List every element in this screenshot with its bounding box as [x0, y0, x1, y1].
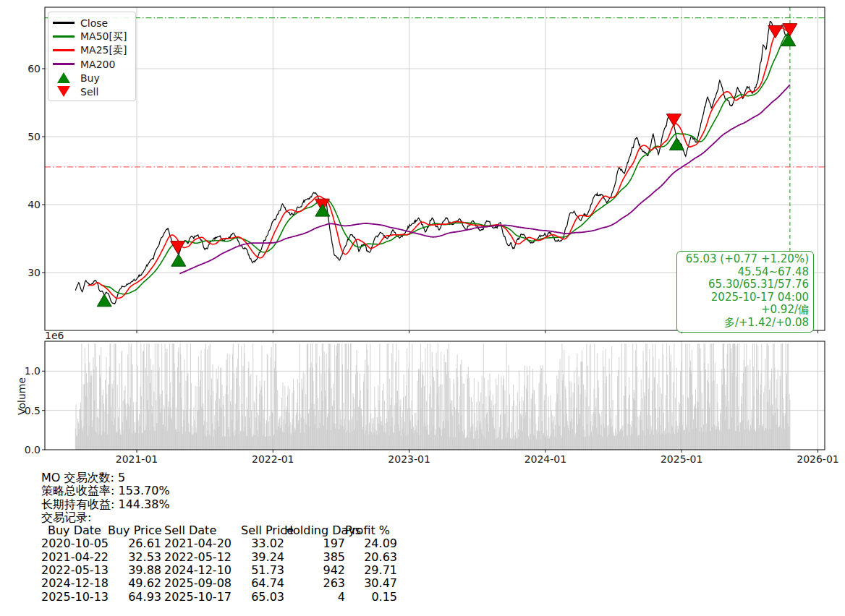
stats-summary-line: 长期持有收益: 144.38% [41, 498, 397, 511]
trade-table-cell: 64.93 [108, 591, 161, 604]
price-ytick-label: 30 [7, 267, 41, 278]
trade-table-row: 2022-05-1339.882024-12-1051.7394229.71 [41, 564, 397, 577]
price-ytick-label: 60 [7, 63, 41, 74]
ma200-line [179, 85, 790, 273]
trade-table-cell: 2022-05-13 [41, 564, 108, 577]
legend-item-ma50-: MA50[买] [53, 30, 131, 43]
trade-table-cell: 64.74 [241, 577, 284, 590]
trade-table-cell: 2020-10-05 [41, 537, 108, 550]
quote-annotation-box: 65.03 (+0.77 +1.20%)45.54~67.4865.30/65.… [676, 251, 814, 333]
legend-item-close: Close [53, 16, 131, 30]
price-ytick-label: 50 [7, 131, 41, 142]
trade-table-cell: 0.15 [345, 591, 397, 604]
legend-item-buy: Buy [53, 71, 131, 85]
xtick-label: 2021-01 [111, 453, 162, 465]
trade-table-cell: 26.61 [108, 537, 161, 550]
legend-item-ma200: MA200 [53, 57, 131, 71]
trade-table-header-cell: Sell Date [164, 524, 241, 537]
legend-item-ma25-: MA25[卖] [53, 43, 131, 57]
xtick-label: 2025-01 [656, 453, 707, 465]
legend-item-label: MA200 [80, 59, 115, 70]
legend-item-label: MA50[买] [80, 30, 127, 43]
trade-table-cell: 942 [284, 564, 345, 577]
triangle-up-icon [53, 72, 75, 84]
sell-marker [768, 25, 783, 38]
stats-summary: MO 交易次数: 5策略总收益率: 153.70%长期持有收益: 144.38%… [41, 471, 397, 524]
trade-table-cell: 2025-10-13 [41, 591, 108, 604]
line-swatch [53, 49, 75, 51]
annotation-line: 45.54~67.48 [680, 266, 809, 279]
figure: CloseMA50[买]MA25[卖]MA200BuySell 65.03 (+… [0, 0, 845, 616]
volume-ytick-label: 1.0 [7, 365, 41, 377]
trade-table-row: 2021-04-2232.532022-05-1239.2438520.63 [41, 551, 397, 564]
sell-marker [666, 114, 681, 127]
legend-line-swatch [53, 49, 75, 51]
trade-table-cell: 385 [284, 551, 345, 564]
line-swatch [53, 63, 75, 64]
price-ytick-label: 40 [7, 199, 41, 210]
trade-table-header-cell: Sell Price [241, 524, 284, 537]
triangle-down-icon [53, 85, 75, 98]
trade-table-cell: 65.03 [241, 591, 284, 604]
trade-table-cell: 29.71 [345, 564, 397, 577]
trade-table-cell: 24.09 [345, 537, 397, 550]
volume-bars [75, 343, 790, 450]
legend-item-sell: Sell [53, 85, 131, 98]
trade-table-cell: 263 [284, 577, 345, 590]
trade-table-cell: 4 [284, 591, 345, 604]
trade-table-cell: 2021-04-22 [41, 551, 108, 564]
annotation-line: 65.30/65.31/57.76 [680, 278, 809, 291]
trade-table-cell: 39.24 [241, 551, 284, 564]
trade-table-cell: 2021-04-20 [164, 537, 241, 550]
legend-item-label: Sell [80, 86, 98, 98]
volume-ytick-label: 0.0 [7, 444, 41, 455]
trade-table-cell: 30.47 [345, 577, 397, 590]
legend: CloseMA50[买]MA25[卖]MA200BuySell [48, 12, 136, 101]
trade-table-header-cell: Holding Days [284, 524, 345, 537]
xtick-label: 2022-01 [247, 453, 298, 465]
annotation-line: 65.03 (+0.77 +1.20%) [680, 253, 809, 266]
trade-table-header-cell: Profit % [345, 524, 397, 537]
trade-table-cell: 2025-10-17 [164, 591, 241, 604]
legend-item-label: Buy [80, 72, 100, 84]
trade-table-header-cell: Buy Date [41, 524, 108, 537]
xtick-label: 2023-01 [384, 453, 435, 465]
trade-table-cell: 32.53 [108, 551, 161, 564]
trade-table-cell: 49.62 [108, 577, 161, 590]
legend-item-label: Close [80, 17, 108, 29]
trade-table-header-row: Buy DateBuy PriceSell DateSell PriceHold… [41, 524, 397, 537]
volume-axis-offset-label: 1e6 [45, 330, 64, 341]
trade-table-cell: 197 [284, 537, 345, 550]
trade-table-cell: 20.63 [345, 551, 397, 564]
trade-table-cell: 2024-12-10 [164, 564, 241, 577]
stats-summary-line: MO 交易次数: 5 [41, 471, 397, 484]
buy-marker [171, 254, 186, 266]
trade-table-row: 2025-10-1364.932025-10-1765.0340.15 [41, 591, 397, 604]
trade-table-header-cell: Buy Price [108, 524, 161, 537]
stats-summary-line: 策略总收益率: 153.70% [41, 484, 397, 497]
trade-table-cell: 2024-12-18 [41, 577, 108, 590]
legend-item-label: MA25[卖] [80, 44, 127, 57]
trade-table-cell: 33.02 [241, 537, 284, 550]
xtick-label: 2026-01 [792, 453, 843, 465]
trade-table-row: 2024-12-1849.622025-09-0864.7426330.47 [41, 577, 397, 590]
volume-ytick-label: 0.5 [7, 405, 41, 416]
trade-table-cell: 2025-09-08 [164, 577, 241, 590]
legend-line-swatch [53, 22, 75, 23]
annotation-line: 2025-10-17 04:00 [680, 291, 809, 304]
xtick-label: 2024-01 [520, 453, 571, 465]
trade-table: Buy DateBuy PriceSell DateSell PriceHold… [41, 524, 397, 604]
line-swatch [53, 22, 75, 23]
stats-summary-line: 交易记录: [41, 511, 397, 524]
trade-table-row: 2020-10-0526.612021-04-2033.0219724.09 [41, 537, 397, 550]
legend-line-swatch [53, 35, 75, 37]
trade-table-cell: 51.73 [241, 564, 284, 577]
legend-line-swatch [53, 63, 75, 64]
trade-table-cell: 2022-05-12 [164, 551, 241, 564]
stats-block: MO 交易次数: 5策略总收益率: 153.70%长期持有收益: 144.38%… [41, 471, 397, 604]
line-swatch [53, 35, 75, 37]
trade-table-cell: 39.88 [108, 564, 161, 577]
annotation-line: +0.92/偏多/+1.42/+0.08 [680, 304, 809, 329]
